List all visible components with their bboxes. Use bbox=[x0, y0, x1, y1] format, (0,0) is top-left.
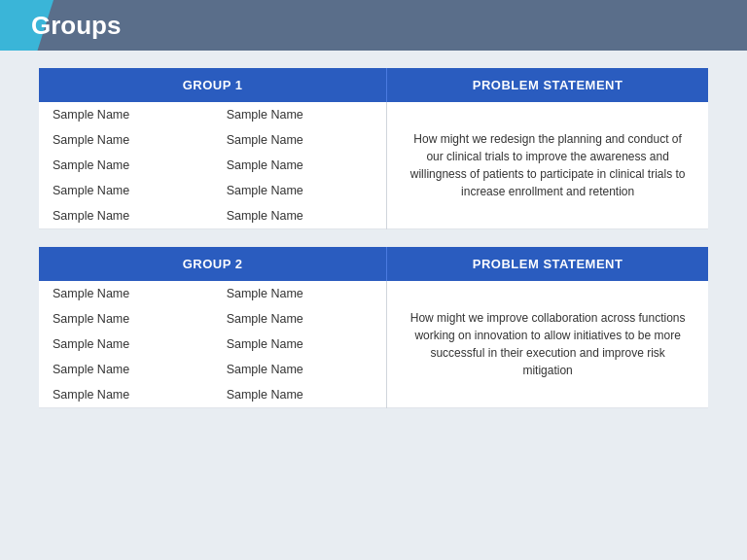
list-item: Sample Name bbox=[213, 203, 387, 228]
group2-members-row: Sample Name Sample Name Sample Name Samp… bbox=[39, 281, 708, 408]
group2-names-grid: Sample Name Sample Name Sample Name Samp… bbox=[39, 281, 386, 407]
content-area: GROUP 1 PROBLEM STATEMENT Sample Name Sa… bbox=[0, 51, 747, 424]
list-item: Sample Name bbox=[39, 127, 213, 153]
group2-header-label: GROUP 2 bbox=[39, 247, 387, 281]
header-bar: Groups bbox=[0, 0, 747, 51]
page-title: Groups bbox=[31, 11, 121, 41]
group1-names-cell: Sample Name Sample Name Sample Name Samp… bbox=[39, 102, 387, 229]
list-item: Sample Name bbox=[213, 178, 387, 203]
list-item: Sample Name bbox=[213, 102, 387, 127]
list-item: Sample Name bbox=[39, 357, 213, 382]
list-item: Sample Name bbox=[213, 127, 387, 153]
list-item: Sample Name bbox=[213, 357, 387, 382]
group2-names-cell: Sample Name Sample Name Sample Name Samp… bbox=[39, 281, 387, 408]
group1-table: GROUP 1 PROBLEM STATEMENT Sample Name Sa… bbox=[39, 68, 708, 229]
group2-problem-header: PROBLEM STATEMENT bbox=[387, 247, 708, 281]
list-item: Sample Name bbox=[213, 281, 387, 306]
list-item: Sample Name bbox=[39, 306, 213, 332]
list-item: Sample Name bbox=[213, 382, 387, 407]
group1-problem-header: PROBLEM STATEMENT bbox=[387, 68, 708, 102]
group2-table: GROUP 2 PROBLEM STATEMENT Sample Name Sa… bbox=[39, 247, 708, 408]
list-item: Sample Name bbox=[39, 332, 213, 357]
slide: Groups GROUP 1 PROBLEM STATEMENT Sample … bbox=[0, 0, 747, 560]
list-item: Sample Name bbox=[39, 382, 213, 407]
group1-names-grid: Sample Name Sample Name Sample Name Samp… bbox=[39, 102, 386, 228]
list-item: Sample Name bbox=[213, 306, 387, 332]
list-item: Sample Name bbox=[39, 281, 213, 306]
list-item: Sample Name bbox=[213, 332, 387, 357]
group2-problem-cell: How might we improve collaboration acros… bbox=[387, 281, 708, 408]
group1-members-row: Sample Name Sample Name Sample Name Samp… bbox=[39, 102, 708, 229]
group1-header-label: GROUP 1 bbox=[39, 68, 387, 102]
list-item: Sample Name bbox=[213, 153, 387, 178]
list-item: Sample Name bbox=[39, 102, 213, 127]
group2-header-row: GROUP 2 PROBLEM STATEMENT bbox=[39, 247, 708, 281]
list-item: Sample Name bbox=[39, 203, 213, 228]
group1-problem-cell: How might we redesign the planning and c… bbox=[387, 102, 708, 229]
list-item: Sample Name bbox=[39, 153, 213, 178]
group1-header-row: GROUP 1 PROBLEM STATEMENT bbox=[39, 68, 708, 102]
list-item: Sample Name bbox=[39, 178, 213, 203]
